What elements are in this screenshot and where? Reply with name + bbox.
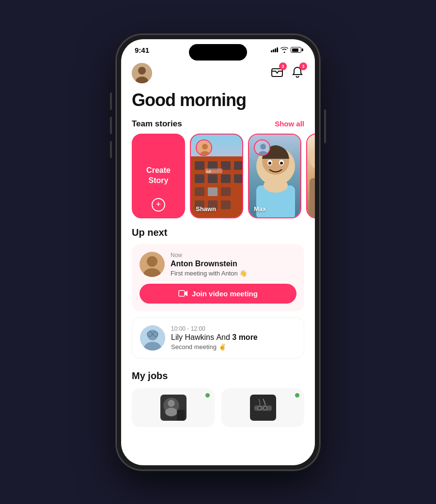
inbox-badge: 3 — [279, 62, 287, 70]
svg-rect-5 — [195, 161, 204, 170]
lily-avatar — [140, 325, 165, 351]
svg-point-30 — [268, 162, 271, 165]
svg-point-51 — [165, 408, 177, 416]
event-time-lily: 10:00 - 12:00 — [171, 325, 296, 332]
anton-avatar — [140, 252, 165, 277]
svg-point-31 — [280, 162, 283, 165]
job-thumbnail-1 — [160, 395, 187, 421]
svg-rect-9 — [195, 174, 204, 183]
team-stories-title: Team stories — [132, 119, 182, 129]
create-story-text: CreateStory — [146, 166, 171, 186]
team-stories-header: Team stories Show all — [121, 113, 315, 134]
status-time: 9:41 — [135, 46, 149, 54]
event-card-anton[interactable]: Now Anton Brownstein First meeting with … — [132, 244, 304, 311]
my-jobs-title: My jobs — [132, 370, 304, 382]
svg-point-40 — [147, 256, 157, 267]
svg-rect-10 — [208, 174, 218, 183]
up-next-section: Up next Now Anton Brow — [121, 223, 315, 359]
event-name-lily: Lily Hawkins And 3 more — [171, 333, 296, 342]
svg-rect-54 — [254, 405, 272, 411]
svg-point-44 — [147, 330, 158, 340]
svg-text:tuff: tuff — [206, 170, 211, 173]
bell-icon-wrap[interactable]: 3 — [291, 65, 304, 81]
svg-rect-52 — [177, 410, 185, 421]
job-status-dot-2 — [295, 393, 299, 397]
greeting-text: Good morning — [121, 83, 315, 113]
job-card-2[interactable] — [221, 388, 304, 427]
svg-point-50 — [168, 399, 174, 406]
event-info-lily: 10:00 - 12:00 Lily Hawkins And 3 more Se… — [171, 325, 296, 351]
svg-rect-42 — [179, 290, 185, 296]
story-avatar-max — [254, 139, 270, 156]
event-time-anton: Now — [171, 252, 296, 259]
svg-rect-15 — [221, 187, 231, 196]
screen-content[interactable]: 3 3 Good morn — [121, 58, 315, 460]
svg-point-33 — [264, 178, 288, 193]
event-info-anton: Now Anton Brownstein First meeting with … — [171, 252, 296, 277]
battery-icon — [291, 47, 301, 53]
user-avatar[interactable] — [132, 63, 152, 83]
svg-rect-12 — [234, 174, 243, 183]
phone-screen: 9:41 — [121, 39, 315, 465]
bell-badge: 3 — [299, 62, 307, 70]
signal-icon — [271, 47, 278, 52]
svg-rect-13 — [195, 187, 204, 196]
story-avatar-shawn — [196, 139, 212, 156]
dynamic-island — [189, 44, 247, 61]
top-icons: 3 3 — [270, 65, 304, 81]
svg-point-56 — [263, 406, 266, 410]
event-desc-anton: First meeting with Anton 👋 — [171, 270, 296, 277]
svg-point-1 — [138, 67, 146, 75]
create-story-card[interactable]: CreateStory + — [132, 134, 185, 218]
video-icon — [178, 290, 188, 297]
status-icons — [271, 47, 301, 53]
svg-rect-7 — [221, 161, 231, 170]
svg-rect-14 — [208, 187, 218, 196]
stories-row[interactable]: CreateStory + — [121, 134, 315, 223]
story-card-shawn[interactable]: tuff Shawn — [190, 134, 243, 218]
svg-point-55 — [258, 406, 261, 410]
svg-rect-8 — [234, 161, 243, 170]
job-status-dot-1 — [205, 393, 210, 397]
create-story-plus-icon[interactable]: + — [152, 198, 165, 212]
wifi-icon — [280, 47, 288, 53]
my-jobs-section: My jobs — [121, 365, 315, 427]
inbox-icon-wrap[interactable]: 3 — [270, 65, 284, 81]
svg-point-24 — [202, 144, 208, 150]
story-name-max: Max — [254, 205, 266, 213]
join-video-label: Join video meeting — [192, 290, 258, 298]
story-card-4[interactable] — [306, 134, 315, 218]
phone-frame: 9:41 — [116, 34, 320, 470]
up-next-title: Up next — [132, 227, 304, 238]
show-all-button[interactable]: Show all — [275, 120, 304, 128]
svg-rect-11 — [221, 174, 231, 183]
job-card-1[interactable] — [132, 388, 215, 427]
story-name-shawn: Shawn — [196, 205, 216, 213]
svg-rect-18 — [221, 200, 231, 209]
event-card-lily[interactable]: 10:00 - 12:00 Lily Hawkins And 3 more Se… — [132, 317, 304, 359]
svg-point-35 — [260, 144, 266, 150]
svg-point-37 — [310, 147, 315, 171]
jobs-row — [132, 388, 304, 427]
event-name-anton: Anton Brownstein — [171, 260, 296, 268]
story-card-max[interactable]: Max — [248, 134, 301, 218]
event-desc-lily: Second meeting ✌️ — [171, 343, 296, 351]
join-video-button[interactable]: Join video meeting — [140, 284, 296, 304]
top-bar: 3 3 — [121, 58, 315, 83]
svg-rect-38 — [310, 178, 315, 218]
job-thumbnail-2 — [250, 395, 276, 421]
